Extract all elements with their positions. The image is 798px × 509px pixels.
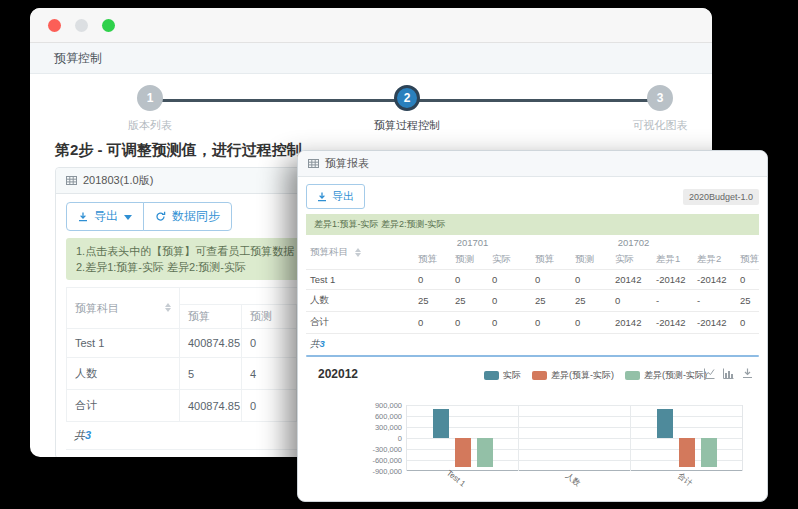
legend-label: 差异(预算-实际) bbox=[551, 369, 614, 382]
table-cell: 0 bbox=[736, 312, 759, 334]
step-3-number: 3 bbox=[657, 91, 664, 105]
bar-diff-budget[interactable] bbox=[679, 438, 695, 467]
table-cell: 0 bbox=[414, 270, 451, 290]
legend-item[interactable]: 差异(预测-实际) bbox=[625, 369, 707, 382]
legend-label: 实际 bbox=[503, 369, 521, 382]
table-cell: -20142 bbox=[652, 270, 693, 290]
save-image-icon[interactable] bbox=[742, 368, 753, 379]
table-cell: 0 bbox=[242, 390, 297, 422]
bar-chart-icon[interactable] bbox=[723, 368, 734, 379]
table-cell: 0 bbox=[451, 270, 488, 290]
table-cell: - bbox=[652, 290, 693, 312]
table-cell: 0 bbox=[488, 270, 531, 290]
category-column bbox=[631, 405, 742, 471]
step-3-circle[interactable]: 3 bbox=[647, 85, 673, 111]
row-count: 3 bbox=[320, 338, 325, 349]
bar-chart-plot bbox=[406, 405, 743, 471]
zoom-window-icon[interactable] bbox=[102, 19, 115, 32]
chevron-down-icon bbox=[124, 215, 132, 220]
report-note: 差异1:预算-实际 差异2:预测-实际 bbox=[306, 214, 759, 235]
table-cell: 20142 bbox=[611, 270, 652, 290]
legend-item[interactable]: 差异(预算-实际) bbox=[532, 369, 614, 382]
report-export-label: 导出 bbox=[332, 189, 354, 204]
column-header[interactable]: 差异2 bbox=[693, 250, 736, 270]
report-table-container: 预算科目 201701 201702 预算 预测 实际 预算 预测 实际 bbox=[306, 235, 759, 357]
table-footer: 共3 bbox=[306, 334, 759, 355]
report-table: 预算科目 201701 201702 预算 预测 实际 预算 预测 实际 bbox=[306, 235, 759, 334]
step-2-number: 2 bbox=[404, 91, 411, 105]
column-header[interactable]: 预测 bbox=[571, 250, 611, 270]
y-axis-tick: 600,000 bbox=[312, 412, 402, 421]
bar-diff-forecast[interactable] bbox=[477, 438, 493, 467]
minimize-window-icon[interactable] bbox=[75, 19, 88, 32]
download-icon bbox=[78, 212, 88, 222]
column-header[interactable]: 预测 bbox=[451, 250, 488, 270]
download-icon bbox=[317, 192, 327, 202]
page-title-label: 预算控制 bbox=[54, 50, 102, 67]
toolbar-button-group: 导出 数据同步 bbox=[66, 202, 232, 231]
step-1-circle[interactable]: 1 bbox=[137, 85, 163, 111]
column-header[interactable]: 预算 bbox=[736, 250, 759, 270]
y-axis-tick: 300,000 bbox=[312, 423, 402, 432]
report-export-button[interactable]: 导出 bbox=[306, 184, 365, 209]
legend-item[interactable]: 实际 bbox=[484, 369, 521, 382]
table-cell: 25 bbox=[736, 290, 759, 312]
subject-column-label: 预算科目 bbox=[75, 302, 119, 314]
table-row[interactable]: Test 1 0 0 0 0 0 20142 -20142 -20142 0 bbox=[306, 270, 759, 290]
table-cell: 0 bbox=[242, 329, 297, 358]
subject-cell: 合计 bbox=[67, 390, 180, 422]
bar-diff-forecast[interactable] bbox=[701, 438, 717, 467]
table-cell: -20142 bbox=[693, 312, 736, 334]
subject-column-header[interactable]: 预算科目 bbox=[67, 288, 180, 329]
table-cell: 0 bbox=[451, 312, 488, 334]
row-count-prefix: 共 bbox=[310, 338, 320, 349]
table-cell: 0 bbox=[531, 270, 571, 290]
month-group-header[interactable]: 201701 bbox=[414, 235, 531, 250]
column-header[interactable]: 差异1 bbox=[652, 250, 693, 270]
legend-swatch bbox=[625, 371, 640, 380]
category-column bbox=[519, 405, 631, 471]
subject-cell: Test 1 bbox=[306, 270, 414, 290]
subject-cell: 合计 bbox=[306, 312, 414, 334]
table-row[interactable]: 人数 25 25 0 25 25 0 - - 25 bbox=[306, 290, 759, 312]
subject-cell: 人数 bbox=[306, 290, 414, 312]
budget-report-window: 预算报表 导出 2020Budget-1.0 差异1:预算-实际 差异2:预测-… bbox=[297, 150, 768, 502]
table-icon bbox=[66, 176, 77, 185]
category-columns bbox=[407, 405, 742, 471]
legend-label: 差异(预测-实际) bbox=[644, 369, 707, 382]
y-axis-tick: 0 bbox=[312, 434, 402, 443]
line-chart-icon[interactable] bbox=[704, 368, 715, 379]
table-cell: -20142 bbox=[693, 270, 736, 290]
bar-diff-budget[interactable] bbox=[455, 438, 471, 467]
column-header[interactable]: 预算 bbox=[531, 250, 571, 270]
sort-icon[interactable] bbox=[355, 248, 361, 257]
table-cell: - bbox=[693, 290, 736, 312]
column-header[interactable]: 预算 bbox=[414, 250, 451, 270]
column-header[interactable]: 实际 bbox=[488, 250, 531, 270]
legend-swatch bbox=[532, 371, 547, 380]
row-count-prefix: 共 bbox=[74, 429, 85, 441]
table-row[interactable]: 合计 0 0 0 0 0 20142 -20142 -20142 0 bbox=[306, 312, 759, 334]
month-group-header[interactable]: 201702 bbox=[531, 235, 736, 250]
step-2-circle[interactable]: 2 bbox=[394, 85, 420, 111]
column-header[interactable]: 预算 bbox=[180, 305, 242, 329]
subject-cell: Test 1 bbox=[67, 329, 180, 358]
month-group-header[interactable] bbox=[736, 235, 759, 250]
bar-actual[interactable] bbox=[657, 409, 673, 438]
y-axis-tick: -300,000 bbox=[312, 445, 402, 454]
export-button[interactable]: 导出 bbox=[66, 202, 144, 231]
subject-column-header[interactable]: 预算科目 bbox=[306, 235, 414, 270]
sort-icon[interactable] bbox=[165, 303, 171, 312]
chart-toolbox bbox=[704, 368, 753, 379]
table-cell: 25 bbox=[531, 290, 571, 312]
table-cell: 400874.85 bbox=[180, 390, 242, 422]
column-header[interactable]: 实际 bbox=[611, 250, 652, 270]
data-sync-button-label: 数据同步 bbox=[172, 208, 220, 225]
table-cell: 25 bbox=[414, 290, 451, 312]
close-window-icon[interactable] bbox=[48, 19, 61, 32]
column-header[interactable]: 预测 bbox=[242, 305, 297, 329]
version-badge: 2020Budget-1.0 bbox=[683, 189, 759, 205]
data-sync-button[interactable]: 数据同步 bbox=[143, 202, 232, 231]
bar-actual[interactable] bbox=[433, 409, 449, 438]
refresh-icon bbox=[155, 211, 166, 222]
